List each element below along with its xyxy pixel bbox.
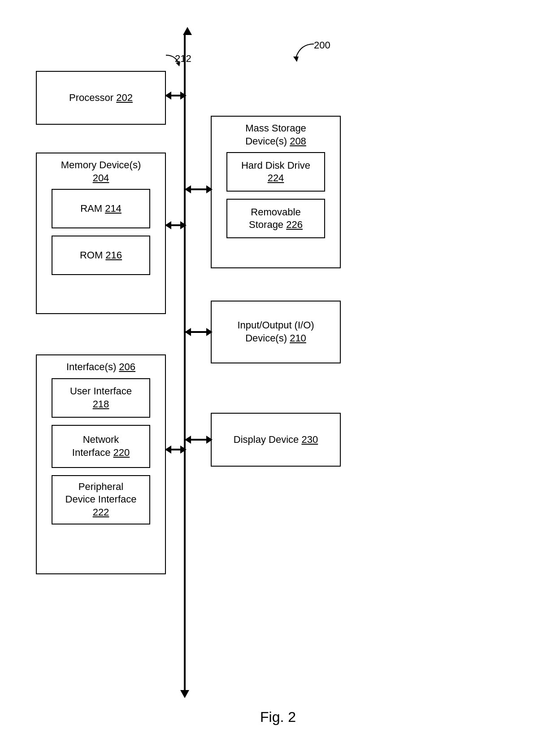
rom-label: ROM 216 [80,249,122,262]
io-box: Input/Output (I/O)Device(s) 210 [211,301,341,363]
rom-box: ROM 216 [52,236,150,275]
processor-box: Processor 202 [36,71,166,125]
user-interface-label: User Interface218 [70,385,132,411]
processor-arrow [166,95,186,96]
network-interface-label: NetworkInterface 220 [72,433,130,459]
mass-storage-label: Mass StorageDevice(s) 208 [245,122,306,148]
io-arrow [186,331,212,333]
network-arrow [166,449,186,450]
svg-marker-0 [293,57,299,62]
bus-line [184,35,186,690]
processor-label: Processor 202 [69,92,133,105]
bus-212-arrow [161,53,184,71]
figure-200-arrow [287,39,323,66]
ram-label: RAM 214 [80,202,122,215]
display-label: Display Device 230 [234,433,318,446]
peripheral-box: PeripheralDevice Interface222 [52,475,150,524]
hard-disk-box: Hard Disk Drive224 [226,152,325,192]
diagram: 200 212 Processor 202 Memory Device(s)20… [0,0,556,756]
svg-marker-1 [176,62,180,66]
io-label: Input/Output (I/O)Device(s) 210 [237,319,314,345]
peripheral-label: PeripheralDevice Interface222 [65,481,137,519]
ram-box: RAM 214 [52,189,150,228]
interfaces-label: Interface(s) 206 [66,361,135,374]
removable-storage-label: RemovableStorage 226 [249,206,303,232]
memory-label: Memory Device(s)204 [61,159,141,184]
memory-arrow [166,224,186,226]
memory-outer-box: Memory Device(s)204 RAM 214 ROM 216 [36,153,166,314]
removable-storage-box: RemovableStorage 226 [226,199,325,238]
interfaces-outer-box: Interface(s) 206 User Interface218 Netwo… [36,354,166,574]
user-interface-box: User Interface218 [52,378,150,418]
mass-storage-arrow [186,188,212,190]
mass-storage-outer-box: Mass StorageDevice(s) 208 Hard Disk Driv… [211,116,341,268]
display-arrow [186,439,212,441]
figure-title: Fig. 2 [0,709,556,725]
display-box: Display Device 230 [211,413,341,467]
network-interface-box: NetworkInterface 220 [52,425,150,468]
hard-disk-label: Hard Disk Drive224 [241,159,310,185]
